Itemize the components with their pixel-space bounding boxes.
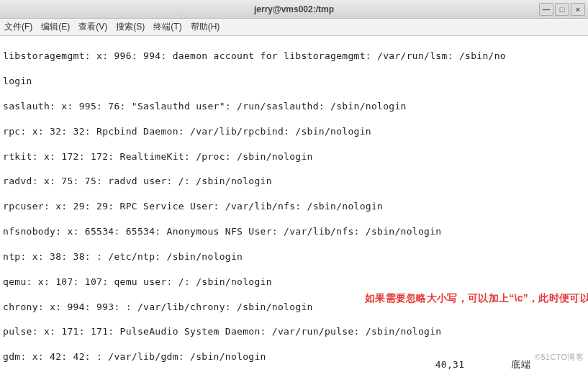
- window-title: jerry@vms002:/tmp: [254, 4, 334, 14]
- menu-edit[interactable]: 编辑(E): [41, 21, 70, 33]
- output-line: rpcuser: x: 29: 29: RPC Service User: /v…: [3, 200, 585, 212]
- menu-help[interactable]: 帮助(H): [191, 21, 220, 33]
- output-line: saslauth: x: 995: 76: "Saslauthd user": …: [3, 100, 585, 112]
- output-line: nfsnobody: x: 65534: 65534: Anonymous NF…: [3, 225, 585, 237]
- window-titlebar: jerry@vms002:/tmp — □ ×: [0, 0, 588, 19]
- output-line: ntp: x: 38: 38: : /etc/ntp: /sbin/nologi…: [3, 250, 585, 263]
- close-button[interactable]: ×: [571, 3, 585, 16]
- menu-view[interactable]: 查看(V): [78, 21, 107, 33]
- terminal-output[interactable]: libstoragemgmt: x: 996: 994: daemon acco…: [0, 36, 588, 372]
- menu-file[interactable]: 文件(F): [4, 21, 32, 33]
- output-line: qemu: x: 107: 107: qemu user: /: /sbin/n…: [3, 276, 585, 288]
- watermark: ©51CTO博客: [535, 351, 584, 363]
- maximize-button[interactable]: □: [555, 3, 569, 16]
- output-line: radvd: x: 75: 75: radvd user: /: /sbin/n…: [3, 175, 585, 187]
- output-line: pulse: x: 171: 171: PulseAudio System Da…: [3, 325, 585, 337]
- menu-bar: 文件(F) 编辑(E) 查看(V) 搜索(S) 终端(T) 帮助(H): [0, 19, 588, 36]
- minimize-button[interactable]: —: [539, 3, 553, 16]
- output-line: rpc: x: 32: 32: Rpcbind Daemon: /var/lib…: [3, 125, 585, 137]
- output-line: libstoragemgmt: x: 996: 994: daemon acco…: [3, 50, 585, 62]
- menu-search[interactable]: 搜索(S): [116, 21, 145, 33]
- output-line: rtkit: x: 172: 172: RealtimeKit: /proc: …: [3, 150, 585, 163]
- cursor-position: 40,31 底端: [435, 358, 530, 371]
- window-controls: — □ ×: [539, 3, 585, 16]
- output-line: login: [3, 75, 585, 87]
- annotation-text: 如果需要忽略大小写，可以加上“\c”，此时便可以查询忽略大小写后的所有字符信息了: [365, 289, 581, 307]
- menu-terminal[interactable]: 终端(T): [153, 21, 181, 33]
